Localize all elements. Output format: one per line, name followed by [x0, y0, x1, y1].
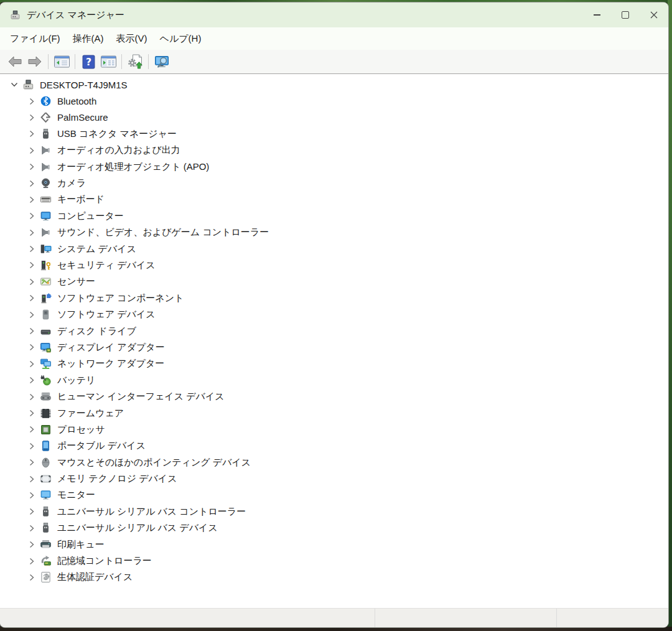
tree-item[interactable]: 印刷キュー	[0, 536, 668, 553]
chevron-right-icon[interactable]	[25, 310, 39, 320]
menu-action[interactable]: 操作(A)	[67, 30, 110, 48]
titlebar[interactable]: デバイス マネージャー	[0, 2, 668, 27]
tree-item[interactable]: バッテリ	[0, 372, 668, 388]
chevron-right-icon[interactable]	[25, 359, 39, 369]
chevron-right-icon[interactable]	[25, 540, 39, 549]
chevron-right-icon[interactable]	[25, 146, 39, 156]
back-button[interactable]	[5, 52, 25, 71]
display-adapter-icon	[40, 342, 52, 353]
chevron-right-icon[interactable]	[25, 474, 39, 484]
maximize-button[interactable]	[611, 2, 640, 27]
computer-icon	[22, 79, 34, 91]
help-button[interactable]: ?	[78, 52, 98, 71]
tree-item[interactable]: DESKTOP-T4J9M1S	[0, 77, 668, 93]
tree-item[interactable]: ポータブル デバイス	[0, 438, 668, 454]
tree-item[interactable]: ネットワーク アダプター	[0, 356, 668, 372]
tree-item[interactable]: オーディオ処理オブジェクト (APO)	[0, 159, 668, 175]
chevron-right-icon[interactable]	[25, 507, 39, 516]
chevron-right-icon[interactable]	[25, 375, 39, 385]
device-tree[interactable]: DESKTOP-T4J9M1S Bluetooth PalmSecure USB…	[0, 73, 668, 608]
forward-button[interactable]	[25, 52, 45, 71]
chevron-right-icon[interactable]	[25, 408, 39, 418]
tree-item[interactable]: キーボード	[0, 192, 668, 208]
menu-file[interactable]: ファイル(F)	[4, 30, 67, 48]
properties-button[interactable]	[98, 52, 118, 71]
chevron-right-icon[interactable]	[25, 113, 39, 123]
tree-item[interactable]: ヒューマン インターフェイス デバイス	[0, 388, 668, 404]
show-console-tree-button[interactable]	[52, 52, 72, 71]
processor-icon	[40, 424, 52, 436]
usb-connector-icon	[40, 522, 52, 534]
chevron-right-icon[interactable]	[25, 293, 39, 303]
chevron-right-icon[interactable]	[25, 457, 39, 467]
tree-item[interactable]: ディスプレイ アダプター	[0, 339, 668, 355]
tree-item[interactable]: PalmSecure	[0, 110, 668, 126]
palmsecure-icon	[40, 111, 52, 123]
tree-item[interactable]: システム デバイス	[0, 241, 668, 257]
menu-help[interactable]: ヘルプ(H)	[154, 30, 208, 48]
svg-text:?: ?	[85, 56, 91, 68]
hid-icon	[40, 391, 52, 403]
toolbar-separator	[48, 54, 49, 69]
chevron-right-icon[interactable]	[25, 424, 39, 434]
computer-monitor-icon	[40, 210, 52, 222]
security-device-icon	[40, 259, 52, 271]
tree-item[interactable]: 記憶域コントローラー	[0, 553, 668, 569]
battery-icon	[40, 375, 52, 386]
tree-item[interactable]: カメラ	[0, 175, 668, 191]
chevron-down-icon[interactable]	[7, 80, 21, 90]
chevron-right-icon[interactable]	[25, 392, 39, 402]
tree-item[interactable]: センサー	[0, 274, 668, 290]
tree-item[interactable]: コンピューター	[0, 208, 668, 224]
close-button[interactable]	[640, 2, 668, 27]
chevron-right-icon[interactable]	[25, 228, 39, 238]
tree-item[interactable]: ファームウェア	[0, 405, 668, 421]
tree-item[interactable]: ディスク ドライブ	[0, 323, 668, 339]
tree-item[interactable]: 生体認証デバイス	[0, 569, 668, 586]
maximize-icon	[622, 11, 629, 19]
chevron-right-icon[interactable]	[25, 326, 39, 336]
tree-item[interactable]: ユニバーサル シリアル バス デバイス	[0, 520, 668, 536]
computer-icon	[10, 10, 21, 21]
chevron-right-icon[interactable]	[25, 523, 39, 533]
chevron-right-icon[interactable]	[25, 195, 39, 205]
usb-connector-icon	[40, 128, 52, 140]
tree-item[interactable]: モニター	[0, 487, 668, 503]
chevron-right-icon[interactable]	[25, 260, 39, 270]
chevron-right-icon[interactable]	[25, 162, 39, 172]
menu-view[interactable]: 表示(V)	[110, 30, 154, 48]
speaker-icon	[40, 144, 52, 156]
chevron-right-icon[interactable]	[25, 573, 39, 582]
tree-item[interactable]: USB コネクタ マネージャー	[0, 126, 668, 142]
tree-item[interactable]: メモリ テクノロジ デバイス	[0, 470, 668, 487]
chevron-right-icon[interactable]	[25, 342, 39, 352]
status-pane	[375, 609, 556, 627]
chevron-right-icon[interactable]	[25, 556, 39, 566]
chevron-right-icon[interactable]	[25, 211, 39, 221]
chevron-right-icon[interactable]	[25, 490, 39, 500]
tree-item[interactable]: ソフトウェア コンポーネント	[0, 290, 668, 306]
computer-search-icon	[154, 55, 170, 68]
keyboard-icon	[40, 194, 52, 205]
chevron-right-icon[interactable]	[25, 96, 39, 106]
tree-item[interactable]: オーディオの入力および出力	[0, 143, 668, 159]
chevron-right-icon[interactable]	[25, 441, 39, 451]
tree-item[interactable]: セキュリティ デバイス	[0, 257, 668, 273]
chevron-right-icon[interactable]	[25, 277, 39, 287]
chevron-right-icon[interactable]	[25, 129, 39, 139]
chevron-right-icon[interactable]	[25, 179, 39, 189]
minimize-button[interactable]	[582, 2, 611, 27]
chevron-right-icon[interactable]	[25, 244, 39, 254]
tree-item[interactable]: プロセッサ	[0, 421, 668, 437]
tree-item[interactable]: サウンド、ビデオ、およびゲーム コントローラー	[0, 225, 668, 241]
tree-item[interactable]: ユニバーサル シリアル バス コントローラー	[0, 503, 668, 520]
search-devices-button[interactable]	[152, 52, 172, 71]
tree-item[interactable]: Bluetooth	[0, 93, 668, 109]
tree-item[interactable]: ソフトウェア デバイス	[0, 306, 668, 322]
camera-icon	[40, 177, 52, 189]
software-component-icon	[40, 292, 52, 304]
statusbar	[0, 608, 668, 627]
tree-item[interactable]: マウスとそのほかのポインティング デバイス	[0, 454, 668, 470]
scan-hardware-changes-button[interactable]	[125, 52, 145, 71]
speaker-icon	[40, 227, 52, 238]
